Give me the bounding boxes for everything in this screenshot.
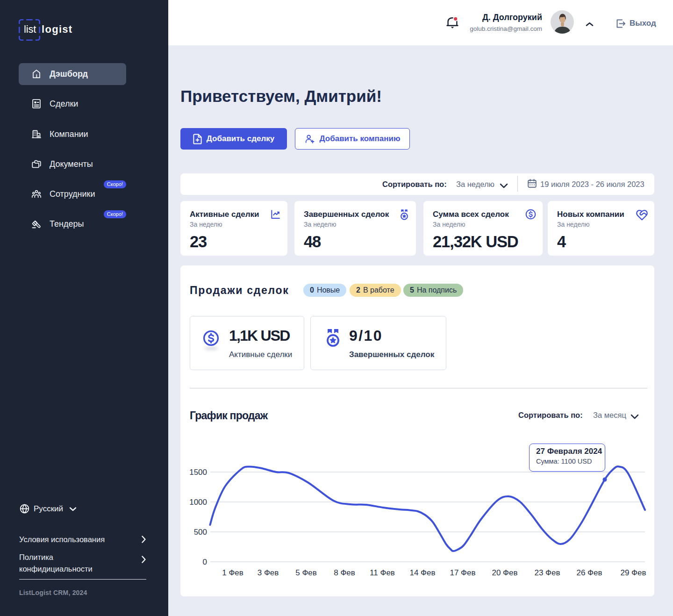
svg-text:0: 0 (203, 558, 207, 566)
svg-text:5 Фев: 5 Фев (295, 568, 317, 577)
svg-text:17 Фев: 17 Фев (450, 568, 475, 577)
svg-text:29 Фев: 29 Фев (620, 568, 646, 577)
svg-text:23 Фев: 23 Фев (534, 568, 560, 577)
svg-text:8 Фев: 8 Фев (334, 568, 355, 577)
svg-text:26 Фев: 26 Фев (576, 568, 602, 577)
svg-text:1000: 1000 (189, 498, 207, 507)
svg-text:3 Фев: 3 Фев (258, 568, 279, 577)
svg-text:20 Фев: 20 Фев (492, 568, 517, 577)
svg-text:11 Фев: 11 Фев (370, 568, 395, 577)
svg-text:14 Фев: 14 Фев (409, 568, 435, 577)
svg-text:1 Фев: 1 Фев (222, 568, 243, 577)
svg-text:500: 500 (194, 528, 207, 537)
svg-text:1500: 1500 (189, 468, 207, 477)
